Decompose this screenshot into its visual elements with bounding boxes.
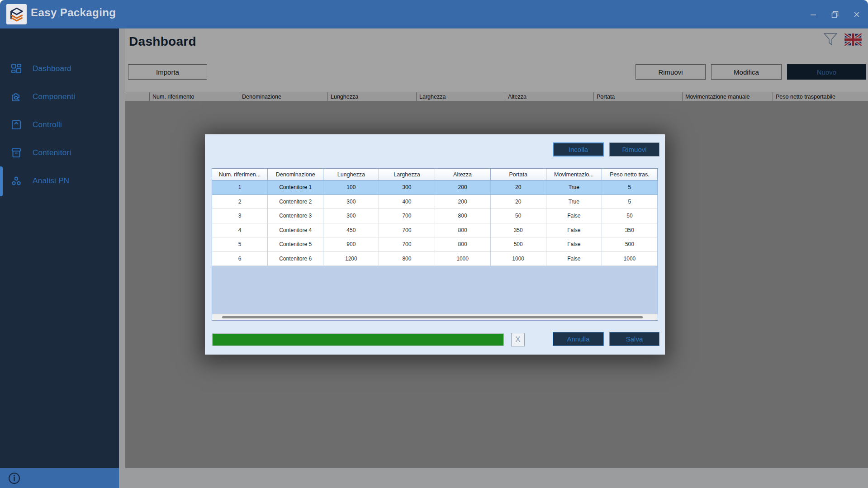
sidebar-item-componenti[interactable]: Componenti	[0, 87, 119, 107]
dialog-grid-header: Num. riferimen...DenominazioneLunghezzaL…	[212, 169, 658, 180]
dialog-grid-cell[interactable]: 700	[379, 223, 435, 238]
dialog-grid-cell[interactable]: 300	[379, 180, 435, 195]
dialog-grid-row[interactable]: 1 Contenitore 1 100 300 200 20 True 5	[212, 180, 658, 195]
horizontal-scrollbar-thumb[interactable]	[222, 316, 643, 318]
dialog-grid-cell[interactable]: 400	[379, 195, 435, 209]
dialog-grid-column-header[interactable]: Num. riferimen...	[212, 169, 268, 180]
dialog-grid-cell[interactable]: 800	[435, 209, 491, 223]
sidebar: Dashboard Componenti Controlli	[0, 28, 119, 468]
dialog-grid-row[interactable]: 5 Contenitore 5 900 700 800 500 False 50…	[212, 237, 658, 252]
sidebar-item-dashboard[interactable]: Dashboard	[0, 59, 119, 79]
dialog-grid-cell[interactable]: 1	[212, 180, 268, 195]
dialog-grid-cell[interactable]: 300	[323, 195, 379, 209]
dashboard-grid-icon	[11, 63, 22, 74]
dialog-grid-cell[interactable]: 50	[491, 209, 546, 223]
dialog-grid-cell[interactable]: Contenitore 6	[268, 252, 323, 266]
dialog-rimuovi-button[interactable]: Rimuovi	[609, 142, 659, 156]
minimize-button[interactable]	[808, 9, 818, 19]
dialog-grid-cell[interactable]: 3	[212, 209, 268, 223]
sidebar-item-label: Dashboard	[33, 64, 71, 73]
horizontal-scrollbar[interactable]	[212, 314, 658, 320]
dialog-grid-cell[interactable]: False	[546, 252, 602, 266]
app-title: Easy Packaging	[31, 6, 116, 19]
dialog-grid-cell[interactable]: 800	[435, 237, 491, 252]
dialog-grid-cell[interactable]: 350	[602, 223, 658, 238]
annulla-button[interactable]: Annulla	[553, 332, 604, 346]
dialog-grid-cell[interactable]: 1000	[491, 252, 546, 266]
dialog-grid-cell[interactable]: Contenitore 4	[268, 223, 323, 238]
nodes-icon	[11, 175, 22, 186]
dialog-grid-cell[interactable]: 1000	[435, 252, 491, 266]
dialog-grid-cell[interactable]: Contenitore 5	[268, 237, 323, 252]
dialog-grid-row[interactable]: 4 Contenitore 4 450 700 800 350 False 35…	[212, 223, 658, 238]
dialog-grid-cell[interactable]: False	[546, 237, 602, 252]
sidebar-item-label: Analisi PN	[33, 176, 69, 185]
restore-button[interactable]	[830, 9, 840, 19]
dialog-grid-column-header[interactable]: Movimentazio...	[546, 169, 602, 180]
dialog-grid-cell[interactable]: 900	[323, 237, 379, 252]
dialog-grid-cell[interactable]: False	[546, 223, 602, 238]
dialog-grid-cell[interactable]: True	[546, 180, 602, 195]
dialog-grid-cell[interactable]: 100	[323, 180, 379, 195]
dialog-grid-cell[interactable]: 5	[602, 195, 658, 209]
sidebar-item-label: Controlli	[33, 120, 62, 129]
dialog-grid-rows: 1 Contenitore 1 100 300 200 20 True 5 2 …	[212, 180, 658, 266]
close-button[interactable]	[852, 9, 862, 19]
dialog-grid-cell[interactable]: 800	[379, 252, 435, 266]
dialog-grid-cell[interactable]: 500	[491, 237, 546, 252]
progress-bar-fill	[213, 334, 503, 346]
app-window: Easy Packaging	[0, 0, 868, 488]
restore-icon	[831, 11, 839, 18]
dialog-grid-cell[interactable]: 6	[212, 252, 268, 266]
dialog-grid-cell[interactable]: 700	[379, 209, 435, 223]
dialog-grid-column-header[interactable]: Altezza	[435, 169, 491, 180]
dialog-grid-cell[interactable]: Contenitore 1	[268, 180, 323, 195]
dialog-grid-column-header[interactable]: Portata	[491, 169, 546, 180]
container-box-icon	[11, 147, 22, 158]
dialog-grid-cell[interactable]: 500	[602, 237, 658, 252]
dialog-grid-column-header[interactable]: Peso netto tras.	[602, 169, 658, 180]
dialog-grid-row[interactable]: 6 Contenitore 6 1200 800 1000 1000 False…	[212, 252, 658, 266]
dialog-grid-cell[interactable]: True	[546, 195, 602, 209]
dialog-grid-cell[interactable]: 5	[212, 237, 268, 252]
info-icon[interactable]	[8, 472, 20, 484]
dialog-grid-cell[interactable]: 1200	[323, 252, 379, 266]
sidebar-item-contenitori[interactable]: Contenitori	[0, 143, 119, 163]
dialog-grid-column-header[interactable]: Denominazione	[268, 169, 323, 180]
dialog-grid-cell[interactable]: 5	[602, 180, 658, 195]
dialog-grid-row[interactable]: 3 Contenitore 3 300 700 800 50 False 50	[212, 209, 658, 223]
dialog-grid-cell[interactable]: Contenitore 3	[268, 209, 323, 223]
dialog-grid-cell[interactable]: 4	[212, 223, 268, 238]
cancel-progress-button[interactable]: X	[511, 333, 525, 346]
salva-button[interactable]: Salva	[609, 332, 659, 346]
dialog-grid-cell[interactable]: 700	[379, 237, 435, 252]
dialog-grid-cell[interactable]: 200	[435, 180, 491, 195]
incolla-button[interactable]: Incolla	[553, 142, 604, 156]
info-bar	[0, 468, 119, 488]
dialog-grid-cell[interactable]: Contenitore 2	[268, 195, 323, 209]
puzzle-icon	[11, 91, 22, 102]
dialog-grid-row[interactable]: 2 Contenitore 2 300 400 200 20 True 5	[212, 195, 658, 209]
app-logo	[6, 4, 27, 24]
package-logo-icon	[9, 6, 25, 23]
window-controls	[808, 0, 862, 28]
dialog-grid-cell[interactable]: False	[546, 209, 602, 223]
dialog-grid-cell[interactable]: 50	[602, 209, 658, 223]
dialog-grid-column-header[interactable]: Lunghezza	[323, 169, 379, 180]
contenitori-dialog: Incolla Rimuovi Num. riferimen...Denomin…	[205, 134, 665, 355]
title-bar: Easy Packaging	[0, 0, 868, 28]
dialog-grid-cell[interactable]: 300	[323, 209, 379, 223]
dialog-grid-cell[interactable]: 2	[212, 195, 268, 209]
dialog-grid-cell[interactable]: 450	[323, 223, 379, 238]
sidebar-item-analisi-pn[interactable]: Analisi PN	[0, 171, 119, 191]
dialog-grid-column-header[interactable]: Larghezza	[379, 169, 435, 180]
close-icon	[854, 11, 860, 18]
dialog-grid-cell[interactable]: 200	[435, 195, 491, 209]
dialog-grid-cell[interactable]: 20	[491, 195, 546, 209]
dialog-grid-cell[interactable]: 1000	[602, 252, 658, 266]
dialog-grid-cell[interactable]: 350	[491, 223, 546, 238]
dialog-grid-cell[interactable]: 800	[435, 223, 491, 238]
dialog-grid-cell[interactable]: 20	[491, 180, 546, 195]
minimize-icon	[810, 11, 816, 18]
sidebar-item-controlli[interactable]: Controlli	[0, 115, 119, 135]
